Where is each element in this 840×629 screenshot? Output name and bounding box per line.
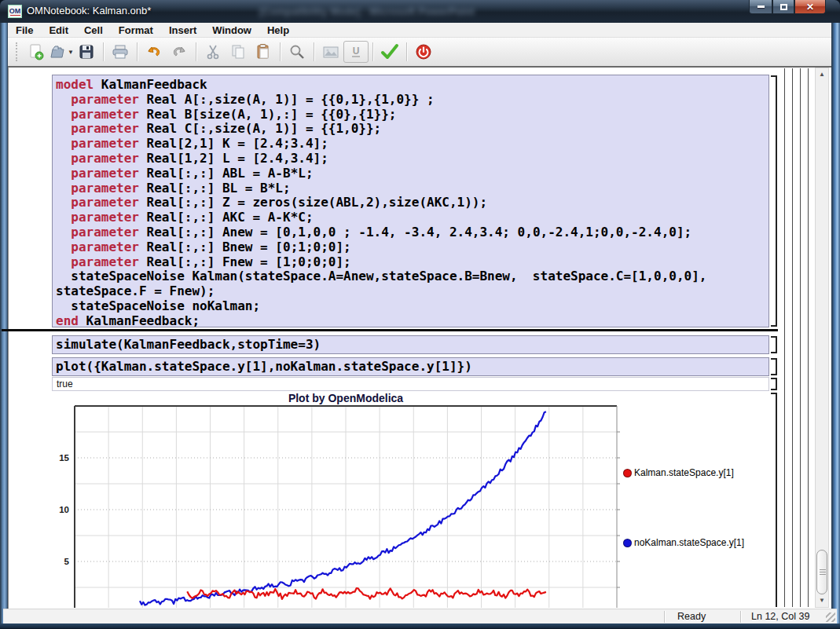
group-cell-line <box>792 68 793 607</box>
save-button[interactable] <box>74 41 99 63</box>
code-line: parameter Real C[:,size(A, 1)] = {{1,0}}… <box>56 122 768 137</box>
menu-window[interactable]: Window <box>204 23 259 38</box>
code-line: parameter Real[:,:] Bnew = [0;1;0;0]; <box>56 240 768 255</box>
minimize-icon <box>757 5 765 8</box>
scissors-icon <box>204 43 222 60</box>
code-line: parameter Real[:,:] ABL = A-B*L; <box>56 166 768 181</box>
close-button[interactable]: ✕ <box>794 0 826 14</box>
code-line: parameter Real[:,:] AKC = A-K*C; <box>56 210 768 225</box>
new-document-icon <box>28 43 45 60</box>
group-cell-line <box>808 68 809 607</box>
legend-red-dot-icon <box>623 469 632 477</box>
window-title: OMNotebook: Kalman.onb* <box>27 5 151 16</box>
power-icon <box>415 43 432 60</box>
cell-bracket[interactable] <box>771 75 777 327</box>
quit-button[interactable] <box>411 41 436 63</box>
simulate-cell[interactable]: simulate(KalmanFeedback,stopTime=3) <box>52 335 769 354</box>
new-document-button[interactable] <box>24 41 49 63</box>
paste-button[interactable] <box>251 41 276 63</box>
open-folder-icon <box>49 43 67 60</box>
maximize-icon <box>780 4 787 10</box>
code-line: end KalmanFeedback; <box>56 314 768 327</box>
vertical-scrollbar[interactable]: ▲ ▼ <box>815 68 829 608</box>
toolbar-separator <box>406 42 407 61</box>
title-bar[interactable]: [Compatibility Mode] - Microsoft PowerPo… <box>0 0 840 23</box>
code-line: parameter Real[:,:] Z = zeros(size(ABL,2… <box>56 196 768 210</box>
cell-bracket[interactable] <box>771 378 777 390</box>
cut-button[interactable] <box>200 41 226 63</box>
close-icon: ✕ <box>806 3 814 11</box>
image-icon <box>321 43 340 60</box>
menu-format[interactable]: Format <box>111 23 161 38</box>
plot-command-cell[interactable]: plot({Kalman.stateSpace.y[1],noKalman.st… <box>52 357 769 376</box>
code-line: parameter Real[:,:] BL = B*L; <box>56 181 768 196</box>
legend-item-kalman[interactable]: Kalman.stateSpace.y[1] <box>623 467 734 478</box>
menu-bar: FileEditCellFormatInsertWindowHelp <box>8 23 831 38</box>
clipboard-icon <box>255 43 272 60</box>
code-line: parameter Real[:,:] Anew = [0,1,0,0 ; -1… <box>56 225 768 240</box>
cell-bracket[interactable] <box>771 358 777 375</box>
window-border-left <box>0 23 8 624</box>
cell-cursor-divider[interactable] <box>2 329 778 331</box>
window-border-right <box>831 23 840 624</box>
code-line: stateSpaceNoise noKalman; <box>56 299 768 314</box>
code-line: stateSpace.F = Fnew); <box>56 284 768 299</box>
code-line: parameter Real[2,1] K = [2.4;3.4]; <box>56 137 768 152</box>
scroll-up-icon[interactable]: ▲ <box>816 68 828 81</box>
group-cell-line <box>784 68 785 607</box>
status-separator <box>740 611 741 623</box>
window-border-bottom <box>0 624 840 629</box>
status-bar: Ready Ln 12, Col 39 <box>3 609 837 624</box>
copy-button[interactable] <box>226 41 251 63</box>
legend-blue-dot-icon <box>623 539 632 547</box>
menu-help[interactable]: Help <box>259 23 297 38</box>
svg-text:5: 5 <box>64 557 70 566</box>
code-line: model KalmanFeedback <box>56 78 768 93</box>
cell-bracket[interactable] <box>771 393 777 607</box>
printer-icon <box>111 43 130 60</box>
maximize-button[interactable] <box>772 0 794 14</box>
undo-icon <box>145 43 163 60</box>
legend-item-nokalman[interactable]: noKalman.stateSpace.y[1] <box>623 537 744 548</box>
redo-icon <box>170 43 189 60</box>
om-app-icon: OM <box>8 5 22 18</box>
minimize-button[interactable] <box>749 0 772 14</box>
scroll-down-icon[interactable]: ▼ <box>816 594 828 607</box>
search-button[interactable] <box>284 41 310 63</box>
toolbar-separator <box>137 42 138 61</box>
group-cell-line <box>800 68 801 607</box>
toolbar-separator <box>103 42 104 61</box>
menu-edit[interactable]: Edit <box>41 23 76 38</box>
undo-button[interactable] <box>141 41 167 63</box>
open-dropdown-caret[interactable]: ▼ <box>68 49 74 56</box>
scrollbar-thumb[interactable] <box>816 550 827 594</box>
open-file-button[interactable]: ▼ <box>49 41 74 63</box>
toolbar-separator <box>314 42 314 61</box>
svg-text:15: 15 <box>59 453 69 463</box>
toolbar: ▼ U <box>8 38 831 67</box>
code-line: parameter Real[1,2] L = [2.4,3.4]; <box>56 152 768 166</box>
omnotebook-window: [Compatibility Mode] - Microsoft PowerPo… <box>0 0 840 629</box>
status-ready: Ready <box>677 611 706 622</box>
copy-icon <box>229 43 247 60</box>
menu-insert[interactable]: Insert <box>161 23 204 38</box>
print-button[interactable] <box>108 41 133 63</box>
save-floppy-icon <box>78 43 95 60</box>
toolbar-separator <box>372 42 373 61</box>
underline-button[interactable]: U <box>343 41 369 63</box>
cell-bracket[interactable] <box>771 336 777 353</box>
menu-cell[interactable]: Cell <box>76 23 111 38</box>
background-window-title: [Compatibility Mode] - Microsoft PowerPo… <box>259 5 574 17</box>
underline-icon: U <box>349 45 363 59</box>
evaluate-button[interactable] <box>377 41 402 63</box>
resize-grip-icon[interactable] <box>826 613 835 622</box>
code-cell[interactable]: model KalmanFeedback parameter Real A[:,… <box>52 75 769 327</box>
status-separator <box>664 611 665 623</box>
legend-label: noKalman.stateSpace.y[1] <box>634 537 744 548</box>
plot-canvas: 51015 <box>52 389 766 609</box>
menu-file[interactable]: File <box>8 23 41 38</box>
toolbar-grip[interactable] <box>16 42 19 61</box>
redo-button[interactable] <box>167 41 192 63</box>
toolbar-separator <box>196 42 196 61</box>
image-cell-button[interactable] <box>318 41 343 63</box>
